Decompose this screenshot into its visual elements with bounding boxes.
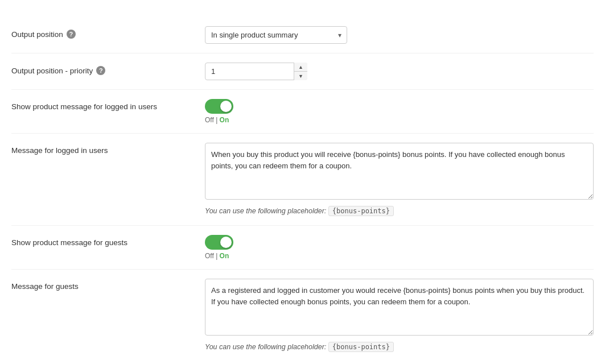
show-guests-control: Off | On [205,235,594,260]
show-guests-row: Show product message for guests Off | On [11,226,594,270]
guests-toggle-off-label: Off [205,252,214,260]
message-logged-in-control: When you buy this product you will recei… [205,143,594,216]
output-priority-input[interactable] [205,63,307,80]
message-guests-row: Message for guests As a registered and l… [11,270,594,361]
show-logged-in-label: Show product message for logged in users [11,102,157,111]
message-guests-textarea[interactable]: As a registered and logged in customer y… [205,279,594,336]
show-logged-in-control: Off | On [205,99,594,124]
message-guests-hint: You can use the following placeholder: {… [205,342,594,352]
show-guests-toggle-container: Off | On [205,235,594,260]
output-position-row: Output position ? In single product summ… [11,17,594,53]
spinner-down-button[interactable]: ▼ [294,72,307,80]
toggle-labels: Off | On [205,116,594,124]
spinner-buttons: ▲ ▼ [294,63,307,80]
output-priority-number-wrapper: ▲ ▼ [205,63,307,80]
toggle-thumb [220,101,232,112]
output-position-label-col: Output position ? [11,26,205,39]
message-guests-control: As a registered and logged in customer y… [205,279,594,352]
guests-hint-text: You can use the following placeholder: [205,343,326,351]
show-guests-label-col: Show product message for guests [11,235,205,247]
output-priority-control: ▲ ▼ [205,63,594,80]
message-logged-in-label: Message for logged in users [11,146,108,155]
output-priority-label: Output position - priority [11,67,93,75]
hint-placeholder-code: {bonus-points} [328,206,394,216]
output-position-select-wrapper: In single product summary Before add to … [205,26,347,44]
message-guests-label-col: Message for guests [11,279,205,291]
guests-toggle-on-label: On [220,252,229,260]
message-guests-label: Message for guests [11,282,79,291]
toggle-separator: | [216,116,217,124]
toggle-off-label: Off [205,116,214,124]
output-priority-row: Output position - priority ? ▲ ▼ [11,53,594,90]
guests-hint-placeholder-code: {bonus-points} [328,342,394,352]
guests-toggle-track [205,235,233,250]
message-logged-in-row: Message for logged in users When you buy… [11,134,594,226]
toggle-on-label: On [220,116,229,124]
output-position-help-icon[interactable]: ? [67,30,76,39]
output-priority-help-icon[interactable]: ? [96,66,105,75]
show-guests-toggle[interactable] [205,235,233,250]
guests-toggle-labels: Off | On [205,252,594,260]
guests-toggle-thumb [220,237,232,248]
message-logged-in-textarea[interactable]: When you buy this product you will recei… [205,143,594,200]
spinner-up-button[interactable]: ▲ [294,63,307,72]
message-logged-in-label-col: Message for logged in users [11,143,205,155]
settings-form: Output position ? In single product summ… [0,11,605,364]
output-position-control: In single product summary Before add to … [205,26,594,44]
show-logged-in-toggle-container: Off | On [205,99,594,124]
hint-text: You can use the following placeholder: [205,207,326,215]
show-logged-in-label-col: Show product message for logged in users [11,99,205,111]
show-logged-in-row: Show product message for logged in users… [11,90,594,134]
toggle-track [205,99,233,114]
output-position-select[interactable]: In single product summary Before add to … [205,26,347,44]
show-logged-in-toggle[interactable] [205,99,233,114]
show-guests-label: Show product message for guests [11,238,127,247]
output-priority-label-col: Output position - priority ? [11,63,205,75]
message-logged-in-hint: You can use the following placeholder: {… [205,206,594,216]
output-position-label: Output position [11,30,63,39]
